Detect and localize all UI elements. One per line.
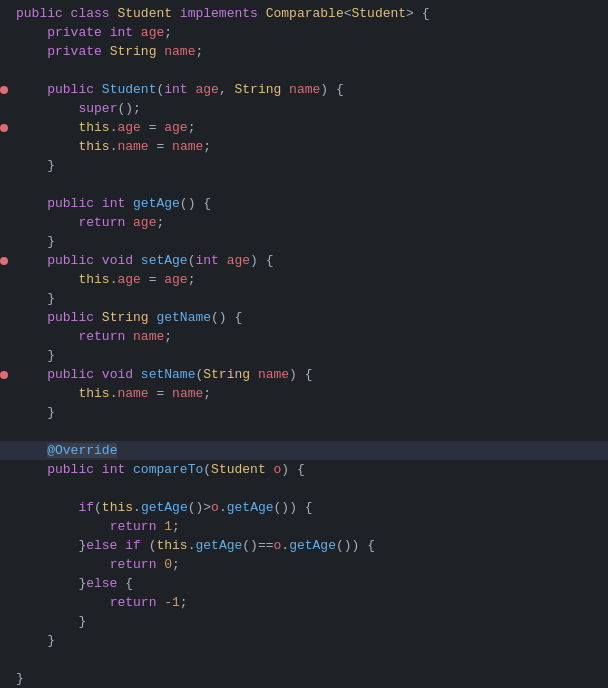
- code-text: return -1;: [8, 593, 188, 612]
- code-text: this.name = name;: [8, 137, 211, 156]
- code-text: private int age;: [8, 23, 172, 42]
- code-line: this.name = name;: [0, 137, 608, 156]
- code-line: [0, 175, 608, 194]
- code-line: public void setAge(int age) {: [0, 251, 608, 270]
- code-line: private int age;: [0, 23, 608, 42]
- code-line: private String name;: [0, 42, 608, 61]
- code-line: public String getName() {: [0, 308, 608, 327]
- code-line: }: [0, 631, 608, 650]
- code-text: return 0;: [8, 555, 180, 574]
- code-line: return -1;: [0, 593, 608, 612]
- code-line: this.name = name;: [0, 384, 608, 403]
- code-editor: public class Student implements Comparab…: [0, 0, 608, 688]
- code-line: public int getAge() {: [0, 194, 608, 213]
- code-text: public void setAge(int age) {: [8, 251, 274, 270]
- code-line: @Override: [0, 441, 608, 460]
- line-gutter: [0, 124, 8, 132]
- code-line: [0, 422, 608, 441]
- code-text: private String name;: [8, 42, 203, 61]
- code-text: public int getAge() {: [8, 194, 211, 213]
- code-text: public String getName() {: [8, 308, 242, 327]
- line-gutter: [0, 257, 8, 265]
- code-text: }: [8, 156, 55, 175]
- code-text: }: [8, 232, 55, 251]
- code-line: public void setName(String name) {: [0, 365, 608, 384]
- code-line: this.age = age;: [0, 118, 608, 137]
- code-line: return 0;: [0, 555, 608, 574]
- code-line: super();: [0, 99, 608, 118]
- code-text: this.age = age;: [8, 118, 195, 137]
- code-text: this.age = age;: [8, 270, 195, 289]
- code-text: public int compareTo(Student o) {: [8, 460, 305, 479]
- breakpoint-dot[interactable]: [0, 257, 8, 265]
- code-line: public class Student implements Comparab…: [0, 4, 608, 23]
- code-line: return 1;: [0, 517, 608, 536]
- code-text: public Student(int age, String name) {: [8, 80, 344, 99]
- code-line: }: [0, 232, 608, 251]
- breakpoint-dot[interactable]: [0, 124, 8, 132]
- code-text: }: [8, 289, 55, 308]
- code-line: }: [0, 403, 608, 422]
- line-gutter: [0, 371, 8, 379]
- code-line: [0, 61, 608, 80]
- code-line: }: [0, 289, 608, 308]
- code-line: }else {: [0, 574, 608, 593]
- code-line: [0, 479, 608, 498]
- code-text: }: [8, 346, 55, 365]
- breakpoint-dot[interactable]: [0, 86, 8, 94]
- code-text: }else if (this.getAge()==o.getAge()) {: [8, 536, 375, 555]
- code-line: if(this.getAge()>o.getAge()) {: [0, 498, 608, 517]
- code-line: [0, 650, 608, 669]
- code-text: return name;: [8, 327, 172, 346]
- code-line: public int compareTo(Student o) {: [0, 460, 608, 479]
- code-text: public void setName(String name) {: [8, 365, 313, 384]
- code-text: this.name = name;: [8, 384, 211, 403]
- code-text: }: [8, 631, 55, 650]
- code-line: }: [0, 156, 608, 175]
- code-text: public class Student implements Comparab…: [8, 4, 430, 23]
- code-line: }: [0, 612, 608, 631]
- code-text: }else {: [8, 574, 133, 593]
- code-line: public Student(int age, String name) {: [0, 80, 608, 99]
- code-text: }: [8, 403, 55, 422]
- code-line: return name;: [0, 327, 608, 346]
- code-text: if(this.getAge()>o.getAge()) {: [8, 498, 313, 517]
- code-line: }: [0, 669, 608, 688]
- code-text: }: [8, 612, 86, 631]
- code-text: return 1;: [8, 517, 180, 536]
- code-line: return age;: [0, 213, 608, 232]
- breakpoint-dot[interactable]: [0, 371, 8, 379]
- code-line: }: [0, 346, 608, 365]
- code-text: @Override: [8, 441, 117, 460]
- line-gutter: [0, 86, 8, 94]
- code-line: this.age = age;: [0, 270, 608, 289]
- code-text: }: [8, 669, 24, 688]
- code-text: return age;: [8, 213, 164, 232]
- code-line: }else if (this.getAge()==o.getAge()) {: [0, 536, 608, 555]
- code-text: super();: [8, 99, 141, 118]
